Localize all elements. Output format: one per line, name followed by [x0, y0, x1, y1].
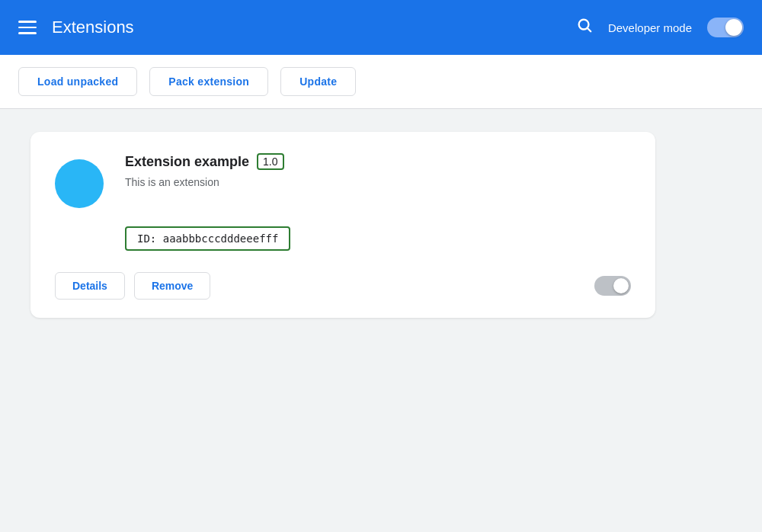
extension-id: ID: aaabbbcccdddeeefff	[125, 226, 290, 251]
developer-mode-label: Developer mode	[608, 21, 692, 34]
pack-extension-button[interactable]: Pack extension	[149, 67, 268, 96]
extension-name-row: Extension example 1.0	[125, 153, 631, 170]
extension-icon	[55, 159, 104, 208]
card-top: Extension example 1.0 This is an extensi…	[55, 153, 631, 208]
extension-description: This is an extension	[125, 176, 631, 188]
extension-info: Extension example 1.0 This is an extensi…	[125, 153, 631, 188]
header-left: Extensions	[18, 18, 134, 37]
remove-button[interactable]: Remove	[134, 272, 210, 300]
hamburger-menu-icon[interactable]	[18, 21, 37, 34]
load-unpacked-button[interactable]: Load unpacked	[18, 67, 137, 96]
developer-mode-toggle[interactable]	[707, 18, 744, 37]
svg-line-1	[588, 28, 591, 31]
toggle-knob	[725, 19, 742, 36]
action-buttons: Details Remove	[55, 272, 210, 300]
extension-enabled-toggle[interactable]	[594, 276, 631, 296]
details-button[interactable]: Details	[55, 272, 125, 300]
search-icon[interactable]	[576, 17, 593, 38]
version-badge: 1.0	[257, 153, 283, 170]
card-actions: Details Remove	[55, 272, 631, 300]
update-button[interactable]: Update	[280, 67, 356, 96]
header-right: Developer mode	[576, 17, 744, 38]
main-content: Extension example 1.0 This is an extensi…	[0, 109, 762, 341]
extension-id-row: ID: aaabbbcccdddeeefff	[125, 226, 631, 251]
page-title: Extensions	[52, 18, 134, 37]
app-header: Extensions Developer mode	[0, 0, 762, 55]
toolbar: Load unpacked Pack extension Update	[0, 55, 762, 109]
extension-toggle-knob	[613, 278, 629, 293]
extension-card: Extension example 1.0 This is an extensi…	[30, 132, 655, 318]
extension-name: Extension example	[125, 154, 249, 170]
